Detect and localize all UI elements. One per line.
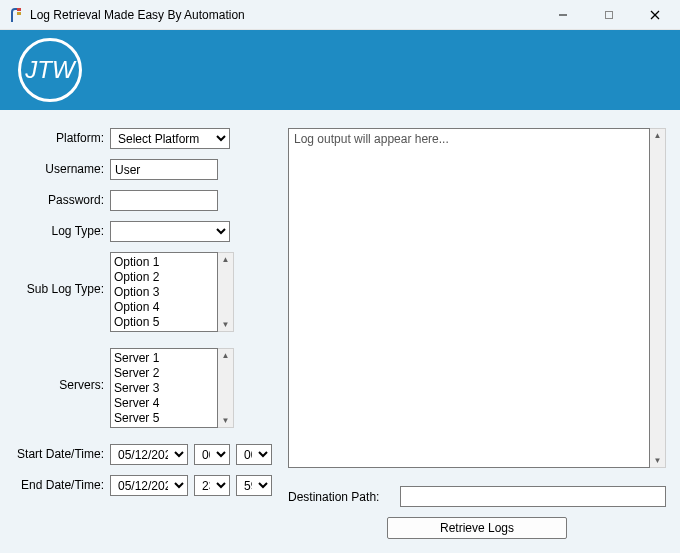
username-label: Username:	[14, 159, 110, 176]
window-title: Log Retrieval Made Easy By Automation	[30, 8, 540, 22]
content-area: Platform: Select Platform Username: Pass…	[0, 110, 680, 553]
scroll-up-icon[interactable]: ▲	[222, 253, 230, 266]
brand-banner: JTW	[0, 30, 680, 110]
list-item[interactable]: Option 3	[114, 285, 214, 300]
app-icon	[8, 7, 24, 23]
username-input[interactable]	[110, 159, 218, 180]
minimize-button[interactable]	[540, 0, 586, 30]
servers-label: Servers:	[14, 348, 110, 392]
svg-rect-1	[17, 12, 21, 15]
retrieve-button[interactable]: Retrieve Logs	[387, 517, 567, 539]
platform-combo[interactable]: Select Platform	[110, 128, 230, 149]
list-item[interactable]: Option 4	[114, 300, 214, 315]
list-item[interactable]: Option 5	[114, 315, 214, 330]
logtype-combo[interactable]	[110, 221, 230, 242]
svg-rect-3	[606, 11, 613, 18]
startmin-combo[interactable]: 00	[236, 444, 272, 465]
scroll-up-icon[interactable]: ▲	[222, 349, 230, 362]
maximize-button[interactable]	[586, 0, 632, 30]
sublogtype-scrollbar[interactable]: ▲ ▼	[218, 252, 234, 332]
svg-rect-0	[17, 8, 21, 11]
sublogtype-listbox[interactable]: Option 1Option 2Option 3Option 4Option 5	[110, 252, 218, 332]
password-input[interactable]	[110, 190, 218, 211]
starthour-combo[interactable]: 00	[194, 444, 230, 465]
list-item[interactable]: Server 5	[114, 411, 214, 426]
sublogtype-label: Sub Log Type:	[14, 252, 110, 296]
platform-label: Platform:	[14, 128, 110, 145]
logo: JTW	[18, 38, 82, 102]
startdate-label: Start Date/Time:	[14, 444, 110, 461]
scroll-down-icon[interactable]: ▼	[222, 414, 230, 427]
destpath-input[interactable]	[400, 486, 666, 507]
list-item[interactable]: Server 2	[114, 366, 214, 381]
scroll-down-icon[interactable]: ▼	[222, 318, 230, 331]
enddate-label: End Date/Time:	[14, 475, 110, 492]
list-item[interactable]: Server 4	[114, 396, 214, 411]
list-item[interactable]: Option 2	[114, 270, 214, 285]
form-panel: Platform: Select Platform Username: Pass…	[14, 128, 276, 539]
logo-text: JTW	[25, 56, 74, 84]
titlebar: Log Retrieval Made Easy By Automation	[0, 0, 680, 30]
endhour-combo[interactable]: 23	[194, 475, 230, 496]
output-panel: Log output will appear here... ▲ ▼ Desti…	[288, 128, 666, 539]
close-button[interactable]	[632, 0, 678, 30]
output-scrollbar[interactable]: ▲ ▼	[650, 128, 666, 468]
list-item[interactable]: Option 1	[114, 255, 214, 270]
destpath-label: Destination Path:	[288, 490, 400, 504]
servers-listbox[interactable]: Server 1Server 2Server 3Server 4Server 5	[110, 348, 218, 428]
list-item[interactable]: Server 3	[114, 381, 214, 396]
scroll-down-icon[interactable]: ▼	[654, 454, 662, 467]
log-output[interactable]: Log output will appear here...	[288, 128, 650, 468]
enddate-combo[interactable]: 05/12/2024	[110, 475, 188, 496]
endmin-combo[interactable]: 59	[236, 475, 272, 496]
startdate-combo[interactable]: 05/12/2024	[110, 444, 188, 465]
password-label: Password:	[14, 190, 110, 207]
scroll-up-icon[interactable]: ▲	[654, 129, 662, 142]
logtype-label: Log Type:	[14, 221, 110, 238]
servers-scrollbar[interactable]: ▲ ▼	[218, 348, 234, 428]
list-item[interactable]: Server 1	[114, 351, 214, 366]
